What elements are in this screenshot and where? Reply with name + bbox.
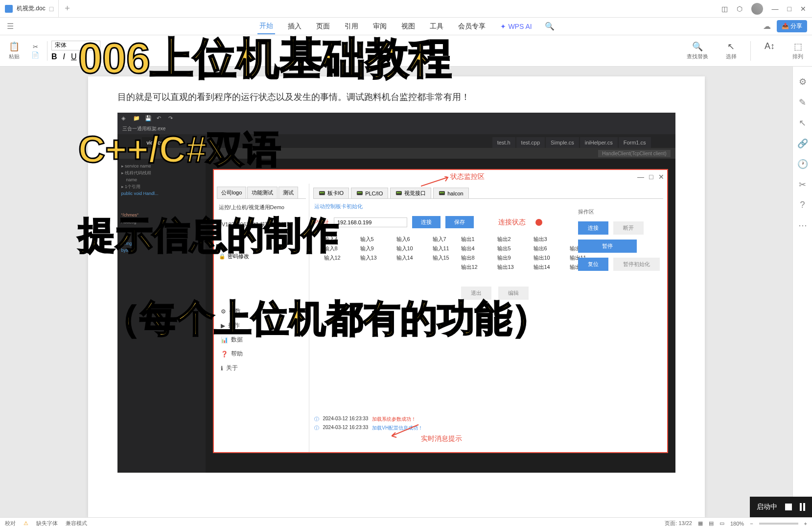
vs-tab[interactable]: test.h xyxy=(492,137,515,148)
menu-data[interactable]: 📊 数据 xyxy=(217,333,306,347)
document-tab[interactable]: 机视觉.doc □ xyxy=(0,0,59,17)
zoom-in[interactable]: + xyxy=(804,521,807,527)
main-tab[interactable]: 📟 PLC/IO xyxy=(351,188,388,198)
warning-icon: ⚠ xyxy=(23,520,28,527)
ops-pause[interactable]: 暂停 xyxy=(578,240,637,253)
view-icon[interactable]: ▭ xyxy=(719,520,724,527)
find-replace-button[interactable]: 🔍 查找替换 xyxy=(683,41,712,61)
ip-input[interactable] xyxy=(334,217,407,227)
document-area: 目的就是可以直观的看到程序的运行状态以及发生的事情。调试跑料机台监控都非常有用！… xyxy=(0,67,792,517)
add-tab-button[interactable]: + xyxy=(59,3,76,14)
vs-tab[interactable]: test.cpp xyxy=(516,137,545,148)
menu-wps-ai[interactable]: ✦ WPS AI xyxy=(498,20,534,33)
info-icon: ⓘ xyxy=(314,425,319,432)
close-icon[interactable]: □ xyxy=(49,5,53,13)
vs-icon: ◈ xyxy=(121,115,128,122)
scissors-icon[interactable]: ✂ xyxy=(799,179,806,190)
left-tab[interactable]: 公司logo xyxy=(217,187,247,198)
zoom-slider[interactable] xyxy=(759,523,798,525)
vs-tab[interactable]: Form1.cs xyxy=(619,137,651,148)
main-tab[interactable]: 📟 板卡IO xyxy=(313,188,349,198)
menu-about[interactable]: ℹ 关于 xyxy=(217,361,306,375)
italic-button[interactable]: I xyxy=(63,52,65,61)
font-select[interactable] xyxy=(51,41,100,50)
vs-icon: ↶ xyxy=(157,115,163,122)
vs-tab[interactable]: iniHelper.cs xyxy=(580,137,618,148)
pause-icon[interactable] xyxy=(800,503,805,511)
ops-connect[interactable]: 连接 xyxy=(578,221,608,235)
arrange-button[interactable]: ⬚ 排列 xyxy=(789,41,807,61)
left-tab[interactable]: 测试 xyxy=(278,187,298,198)
password-item[interactable]: 🔒 密码修改 xyxy=(217,233,306,265)
menu-member[interactable]: 会员专享 xyxy=(456,19,487,34)
menu-start[interactable]: 开始 xyxy=(257,19,275,34)
underline-button[interactable]: U xyxy=(71,52,77,61)
clock-icon[interactable]: 🕐 xyxy=(797,159,808,169)
embedded-screenshot: ◈ 📁 💾 ↶ ↷ 三合一通用框架.exe vice.cs test.h tes… xyxy=(117,113,675,463)
menu-review[interactable]: 审阅 xyxy=(371,19,389,34)
log-area: ⓘ 2024-03-12 16:23:33 加载系统参数成功！ ⓘ 2024-0… xyxy=(314,415,662,433)
maximize-icon[interactable]: □ xyxy=(788,5,791,13)
select-button[interactable]: ↖ 选择 xyxy=(722,41,741,61)
cloud-icon[interactable]: ☁ xyxy=(763,22,771,31)
toolbar-right: 🔍 查找替换 ↖ 选择 A↕ ⬚ 排列 xyxy=(683,41,807,61)
menu-params[interactable]: ⚙ 参数 xyxy=(217,304,306,318)
ops-reset[interactable]: 复位 xyxy=(578,258,608,271)
menu-insert[interactable]: 插入 xyxy=(286,19,303,34)
close-icon[interactable]: ✕ xyxy=(658,173,664,181)
ip-label: IP地址 xyxy=(313,218,329,226)
help-icon[interactable]: ? xyxy=(800,200,805,210)
stop-icon[interactable] xyxy=(785,504,792,510)
menu-ref[interactable]: 引用 xyxy=(343,19,360,34)
edit-button[interactable]: 编辑 xyxy=(498,287,529,300)
tab-title: 机视觉.doc xyxy=(17,4,46,13)
page-info: 页面: 13/22 xyxy=(665,520,692,527)
menu-icon[interactable]: ☰ xyxy=(7,22,14,31)
minimize-icon[interactable]: — xyxy=(637,173,644,181)
cursor-icon[interactable]: ↖ xyxy=(799,118,806,128)
exit-button[interactable]: 退出 xyxy=(461,287,491,300)
io-cell: 输出9 xyxy=(497,254,527,262)
connect-button[interactable]: 连接 xyxy=(412,216,441,228)
menu-view[interactable]: 视图 xyxy=(399,19,417,34)
close-window-icon[interactable]: ✕ xyxy=(800,5,806,13)
link-icon[interactable]: 🔗 xyxy=(797,138,808,149)
menu-ops[interactable]: ▶ 操作 xyxy=(217,318,306,333)
paste-group[interactable]: 📋 粘贴 xyxy=(5,41,23,60)
vs-tab[interactable]: vice.cs xyxy=(142,137,168,148)
proof-label[interactable]: 校对 xyxy=(5,520,16,527)
menu-tools[interactable]: 工具 xyxy=(428,19,445,34)
missing-font[interactable]: 缺失字体 xyxy=(36,520,58,527)
font-row xyxy=(51,41,100,50)
zoom-level[interactable]: 180% xyxy=(730,521,744,527)
cursor-icon: ↖ xyxy=(727,41,735,52)
cut-copy[interactable]: ✂ 📄 xyxy=(27,43,43,59)
share-button[interactable]: 📤 分享 xyxy=(777,20,807,32)
maximize-icon[interactable]: □ xyxy=(649,173,653,181)
view-icon[interactable]: ▦ xyxy=(698,520,703,527)
bold-button[interactable]: B xyxy=(51,52,57,61)
restore-icon[interactable]: ◫ xyxy=(721,5,728,13)
menu-page[interactable]: 页面 xyxy=(314,19,332,34)
left-tab[interactable]: 功能测试 xyxy=(247,187,278,198)
settings-icon[interactable]: ⚙ xyxy=(799,76,807,87)
avatar[interactable] xyxy=(751,3,763,15)
pencil-icon[interactable]: ✎ xyxy=(799,97,806,108)
text-direction[interactable]: A↕ xyxy=(761,41,779,61)
more-icon[interactable]: ⋯ xyxy=(798,220,807,231)
cut-icon[interactable]: ✂ xyxy=(33,43,38,50)
ops-disconnect[interactable]: 断开 xyxy=(613,221,644,235)
save-button[interactable]: 保存 xyxy=(445,216,474,228)
doc-icon xyxy=(5,5,13,13)
copy-icon[interactable]: 📄 xyxy=(31,51,39,59)
ops-init[interactable]: 暂停初始化 xyxy=(613,258,660,271)
zoom-out[interactable]: − xyxy=(750,521,753,527)
vs-tab[interactable]: Simple.cs xyxy=(546,137,579,148)
minimize-icon[interactable]: — xyxy=(772,5,779,13)
menu-help[interactable]: ❓ 帮助 xyxy=(217,347,306,361)
search-icon[interactable]: 🔍 xyxy=(545,22,555,31)
view-icon[interactable]: ▤ xyxy=(709,520,714,527)
menu-bar: ☰ 开始 插入 页面 引用 审阅 视图 工具 会员专享 ✦ WPS AI 🔍 ☁… xyxy=(0,18,812,35)
toolbar: 📋 粘贴 ✂ 📄 B I U 🔍 查找替换 ↖ 选择 A↕ ⬚ 排列 xyxy=(0,35,812,67)
cube-icon[interactable]: ⬡ xyxy=(737,5,742,13)
